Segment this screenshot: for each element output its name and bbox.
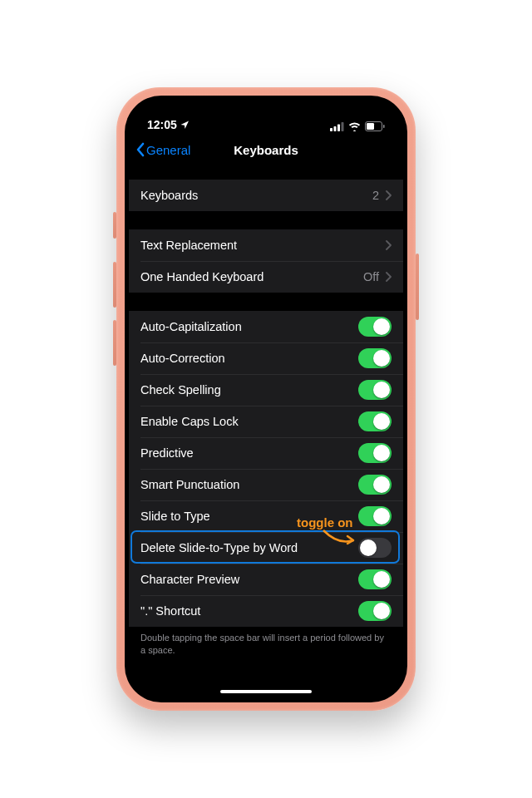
group-text-options: Text Replacement One Handed Keyboard Off (129, 229, 403, 293)
toggle-switch[interactable] (358, 317, 392, 337)
chevron-right-icon (386, 190, 392, 200)
row-toggle: Slide to Type (129, 500, 403, 532)
chevron-right-icon (386, 240, 392, 250)
svg-rect-0 (330, 128, 332, 131)
row-label: Auto-Correction (140, 352, 225, 365)
row-label: Check Spelling (140, 383, 221, 397)
toggle-switch[interactable] (358, 538, 392, 558)
row-keyboards[interactable]: Keyboards 2 (129, 180, 403, 211)
row-toggle: Check Spelling (129, 374, 403, 406)
row-toggle: Delete Slide-to-Type by Word (129, 532, 403, 564)
toggle-knob (373, 413, 390, 430)
home-indicator[interactable] (220, 690, 312, 693)
wifi-icon (348, 122, 361, 131)
row-toggle: Auto-Correction (129, 342, 403, 374)
row-toggle: Enable Caps Lock (129, 406, 403, 437)
toggle-switch[interactable] (358, 443, 392, 463)
volume-up-button (113, 262, 116, 308)
row-label: "." Shortcut (140, 604, 200, 618)
toggle-knob (373, 571, 390, 588)
row-label: Delete Slide-to-Type by Word (140, 541, 298, 554)
svg-rect-2 (337, 124, 340, 131)
svg-rect-3 (342, 122, 344, 131)
toggle-switch[interactable] (358, 569, 392, 589)
toggle-knob (373, 445, 390, 461)
row-label: Auto-Capitalization (140, 320, 242, 333)
battery-icon (365, 121, 385, 131)
row-label: Enable Caps Lock (140, 415, 239, 428)
volume-down-button (113, 320, 116, 366)
page-title: Keyboards (234, 143, 298, 157)
toggle-knob (373, 508, 390, 525)
row-value: 2 (372, 189, 379, 202)
toggle-knob (373, 603, 390, 619)
row-label: Predictive (140, 446, 194, 460)
nav-bar: General Keyboards (129, 133, 403, 166)
row-label: Keyboards (140, 189, 198, 202)
toggle-switch[interactable] (358, 475, 392, 495)
toggle-switch[interactable] (358, 411, 392, 431)
toggle-knob (373, 382, 390, 398)
status-time: 12:05 (147, 118, 177, 131)
group-typing-options: Auto-CapitalizationAuto-CorrectionCheck … (129, 311, 403, 627)
row-toggle: Auto-Capitalization (129, 311, 403, 342)
row-label: Text Replacement (140, 239, 237, 252)
notch (204, 100, 328, 120)
group-keyboards: Keyboards 2 (129, 180, 403, 211)
chevron-left-icon (135, 142, 145, 157)
row-label: Character Preview (140, 573, 239, 586)
row-toggle: Smart Punctuation (129, 469, 403, 500)
back-label: General (146, 143, 190, 157)
row-label: Smart Punctuation (140, 478, 239, 491)
screen: 12:05 (129, 100, 403, 698)
row-label: Slide to Type (140, 510, 210, 523)
cellular-signal-icon (330, 122, 344, 131)
toggle-switch[interactable] (358, 506, 392, 526)
row-text-replacement[interactable]: Text Replacement (129, 229, 403, 261)
row-label: One Handed Keyboard (140, 270, 264, 283)
toggle-knob (373, 318, 390, 335)
group-footer: Double tapping the space bar will insert… (129, 627, 403, 657)
toggle-knob (360, 539, 377, 556)
location-arrow-icon (180, 121, 190, 130)
svg-rect-5 (367, 123, 374, 130)
settings-content[interactable]: Keyboards 2 Text Replacement (129, 166, 403, 698)
row-toggle: "." Shortcut (129, 595, 403, 627)
mute-switch (113, 212, 116, 239)
svg-rect-6 (383, 125, 385, 128)
toggle-switch[interactable] (358, 348, 392, 368)
toggle-knob (373, 476, 390, 493)
phone-frame: 12:05 (116, 87, 416, 711)
row-toggle: Predictive (129, 437, 403, 469)
toggle-switch[interactable] (358, 601, 392, 621)
toggle-knob (373, 350, 390, 367)
power-button (416, 254, 419, 320)
toggle-switch[interactable] (358, 380, 392, 400)
back-button[interactable]: General (135, 142, 190, 157)
chevron-right-icon (386, 272, 392, 282)
row-value: Off (363, 270, 379, 283)
svg-rect-1 (334, 126, 337, 131)
row-one-handed-keyboard[interactable]: One Handed Keyboard Off (129, 261, 403, 293)
row-toggle: Character Preview (129, 564, 403, 595)
